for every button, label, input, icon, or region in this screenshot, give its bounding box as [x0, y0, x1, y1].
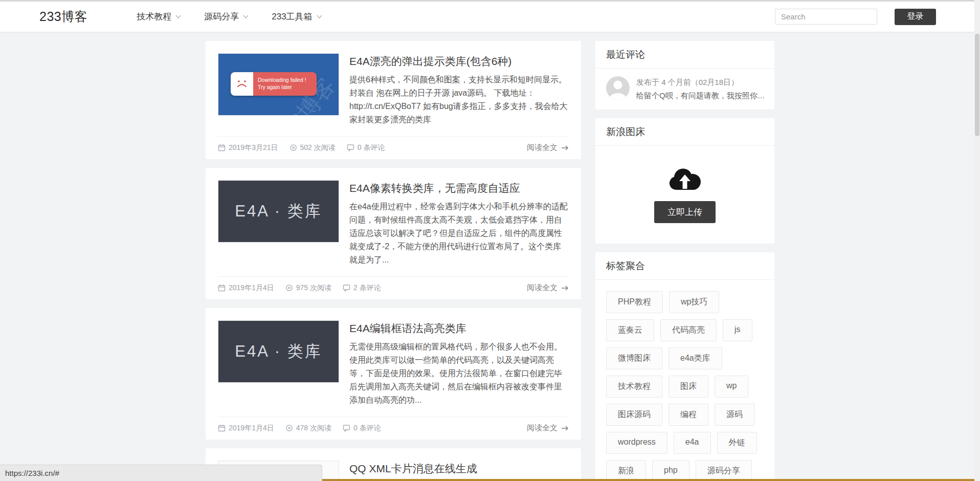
scrollbar-thumb[interactable]	[975, 34, 979, 136]
upload-now-button[interactable]: 立即上传	[654, 201, 716, 223]
toast-graphic: Downloading failed ! Try again later	[231, 72, 317, 96]
eye-icon	[285, 424, 293, 432]
post-comments: 0 条评论	[343, 424, 381, 433]
widget-title: 新浪图床	[595, 118, 774, 146]
tags-widget: 标签聚合 PHP教程 wp技巧 蓝奏云 代码高亮 js 微博图床 e4a类库 技…	[595, 252, 774, 481]
post-reads: 975 次阅读	[285, 283, 331, 293]
tag[interactable]: 代码高亮	[660, 319, 717, 341]
sina-image-host-widget: 新浪图床 立即上传	[595, 118, 774, 244]
content-wrapper: 233博客 Downloading failed ! Try again lat…	[206, 41, 774, 481]
post-comments: 2 条评论	[343, 283, 381, 293]
thumbnail-text: E4A · 类库	[235, 201, 322, 222]
arrow-right-icon	[561, 145, 569, 151]
post-excerpt: 提供6种样式，不同颜色和图案，支持长显示和短时间显示。封装自 泡在网上的日子开源…	[349, 73, 569, 126]
post-title[interactable]: QQ XML卡片消息在线生成	[349, 462, 569, 476]
calendar-icon	[218, 424, 226, 432]
read-more-link[interactable]: 阅读全文	[527, 143, 569, 152]
nav-item-label: 233工具箱	[272, 11, 312, 23]
chevron-down-icon	[242, 13, 249, 20]
tag[interactable]: 编程	[669, 404, 708, 426]
search-input[interactable]	[781, 12, 883, 21]
comment-meta: 发布于 4 个月前（02月18日）	[636, 78, 772, 88]
tag[interactable]: 新浪	[606, 460, 646, 481]
post-date: 2019年1月4日	[218, 283, 274, 293]
comment-item[interactable]: 发布于 4 个月前（02月18日） 给留个Q呗，有问题请教，我按照你的方...	[595, 69, 774, 110]
post-comments: 0 条评论	[347, 143, 385, 152]
post-meta-row: 2019年1月4日 975 次阅读 2 条评论 阅读全文	[218, 276, 569, 299]
comment-icon	[347, 144, 354, 151]
tag[interactable]: 源码分享	[696, 460, 752, 481]
comment-icon	[343, 424, 350, 432]
tag[interactable]: 图床源码	[606, 404, 662, 426]
tag[interactable]: 微博图床	[606, 347, 662, 369]
nav-item-source-share[interactable]: 源码分享	[204, 11, 249, 23]
status-url: https://233i.cn/#	[5, 469, 59, 477]
nav-item-tech-tutorials[interactable]: 技术教程	[137, 11, 182, 23]
read-more-link[interactable]: 阅读全文	[527, 423, 569, 433]
post-title[interactable]: E4A漂亮的弹出提示类库(包含6种)	[349, 54, 569, 69]
thumbnail-text: E4A · 类库	[235, 341, 322, 362]
tag[interactable]: e4a类库	[669, 347, 722, 369]
post-reads: 478 次阅读	[285, 424, 331, 433]
browser-status-bar: https://233i.cn/#	[0, 465, 322, 481]
post-title[interactable]: E4A像素转换类库，无需高度自适应	[349, 181, 569, 195]
sad-face-icon	[236, 79, 248, 89]
arrow-right-icon	[561, 285, 569, 291]
top-navigation-bar: 233博客 技术教程 源码分享 233工具箱 登录	[0, 0, 980, 32]
chevron-down-icon	[175, 13, 182, 20]
comment-text: 给留个Q呗，有问题请教，我按照你的方...	[636, 91, 772, 101]
eye-icon	[289, 144, 297, 151]
toast-text: Downloading failed ! Try again later	[253, 72, 317, 96]
tag[interactable]: PHP教程	[606, 291, 663, 313]
post-meta-row: 2019年3月21日 502 次阅读 0 条评论 阅读全文	[218, 136, 569, 159]
post-card: 233博客 Downloading failed ! Try again lat…	[206, 41, 581, 159]
tag[interactable]: wp	[715, 376, 748, 398]
calendar-icon	[218, 144, 226, 151]
recent-comments-widget: 最近评论 发布于 4 个月前（02月18日） 给留个Q呗，有问题请教，我按照你的…	[595, 41, 774, 110]
post-date: 2019年3月21日	[218, 143, 278, 152]
post-thumbnail[interactable]: E4A · 类库	[218, 320, 339, 383]
widget-title: 标签聚合	[595, 252, 774, 280]
post-thumbnail[interactable]: E4A · 类库	[218, 180, 339, 243]
post-date: 2019年1月4日	[218, 424, 274, 433]
person-icon	[606, 76, 630, 100]
tag-cloud: PHP教程 wp技巧 蓝奏云 代码高亮 js 微博图床 e4a类库 技术教程 图…	[595, 280, 774, 481]
nav-item-label: 源码分享	[204, 11, 239, 23]
post-card: E4A · 类库 E4A像素转换类库，无需高度自适应 在e4a使用过程中，经常会…	[206, 168, 581, 299]
nav-item-toolbox[interactable]: 233工具箱	[272, 11, 322, 23]
tag[interactable]: 源码	[715, 404, 754, 426]
avatar	[606, 76, 630, 100]
tag[interactable]: 技术教程	[606, 376, 662, 398]
post-title[interactable]: E4A编辑框语法高亮类库	[349, 321, 569, 336]
tag[interactable]: js	[723, 319, 752, 341]
read-more-link[interactable]: 阅读全文	[527, 283, 569, 293]
tag[interactable]: php	[652, 460, 689, 481]
post-reads: 502 次阅读	[289, 143, 336, 152]
comment-icon	[343, 284, 350, 292]
site-logo[interactable]: 233博客	[39, 8, 87, 25]
post-excerpt: 在e4a使用过程中，经常会遇到字体大小和手机分辨率的适配问题，有时候组件高度太高…	[349, 200, 569, 267]
tag[interactable]: 蓝奏云	[606, 319, 654, 341]
chevron-down-icon	[316, 13, 323, 20]
main-nav: 技术教程 源码分享 233工具箱	[137, 11, 322, 23]
post-excerpt: 无需使用高级编辑框的置风格代码，那个很多人也不会用。使用此类库可以做一些简单的代…	[349, 340, 569, 407]
sidebar: 最近评论 发布于 4 个月前（02月18日） 给留个Q呗，有问题请教，我按照你的…	[595, 41, 774, 481]
tag[interactable]: 外链	[717, 432, 757, 454]
tag[interactable]: wp技巧	[669, 291, 719, 313]
nav-item-label: 技术教程	[137, 11, 171, 23]
tag[interactable]: e4a	[674, 432, 711, 454]
post-card: E4A · 类库 E4A编辑框语法高亮类库 无需使用高级编辑框的置风格代码，那个…	[206, 308, 581, 440]
tag[interactable]: wordpress	[606, 432, 667, 454]
eye-icon	[285, 284, 293, 292]
cloud-upload-icon	[669, 165, 701, 191]
post-list: 233博客 Downloading failed ! Try again lat…	[206, 41, 581, 481]
post-thumbnail[interactable]: 233博客 Downloading failed ! Try again lat…	[218, 53, 339, 116]
arrow-right-icon	[561, 425, 569, 431]
login-button[interactable]: 登录	[895, 9, 936, 25]
calendar-icon	[218, 284, 226, 292]
tag[interactable]: 图床	[669, 376, 708, 398]
post-meta-row: 2019年1月4日 478 次阅读 0 条评论 阅读全文	[218, 417, 569, 440]
scrollbar[interactable]	[974, 0, 980, 481]
search-box	[775, 9, 877, 25]
widget-title: 最近评论	[595, 41, 774, 69]
